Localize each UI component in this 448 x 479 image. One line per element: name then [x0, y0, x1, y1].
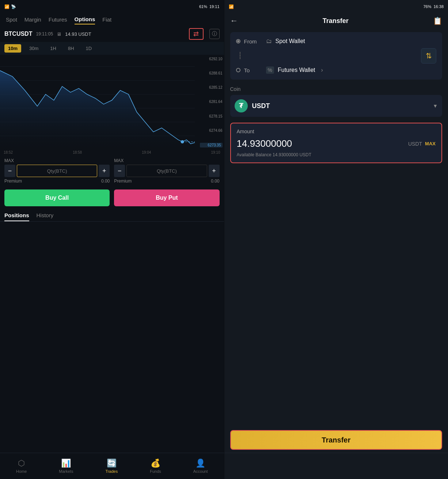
tab-futures[interactable]: Futures	[49, 15, 67, 24]
coin-name: USDT	[252, 102, 429, 110]
qty-input-right[interactable]	[126, 165, 207, 177]
interval-1h[interactable]: 1H	[46, 44, 60, 53]
time-right: 16:38	[433, 4, 444, 9]
time-label-4: 19:10	[211, 150, 220, 154]
ticker-time: 19:11:05	[36, 31, 53, 37]
status-bar-right: 📶 76% 16:38	[224, 0, 448, 13]
trades-icon: 🔄	[107, 459, 117, 468]
chart-area: 6292.10 6288.61 6285.12 6281.64 6278.15 …	[0, 55, 224, 150]
coin-dropdown-arrow: ▼	[433, 103, 438, 109]
tab-fiat[interactable]: Fiat	[102, 15, 111, 24]
swap-from-to-button[interactable]: ⇅	[421, 48, 436, 64]
nav-funds-label: Funds	[150, 469, 161, 474]
buy-put-button[interactable]: Buy Put	[114, 189, 219, 206]
history-button[interactable]: 📋	[433, 16, 442, 25]
price-label-1: 6292.10	[200, 57, 223, 61]
qty-input-left[interactable]	[17, 165, 97, 177]
nav-home[interactable]: ⬡ Home	[16, 459, 27, 474]
bottom-spacer-right	[224, 453, 448, 479]
swap-icon: ⇄	[193, 30, 199, 38]
ticker-price: 14.93 USDT	[65, 31, 91, 37]
swap-arrows-icon: ⇅	[426, 51, 432, 60]
left-panel: 📶 📡 61% 19:11 Spot Margin Futures Option…	[0, 0, 224, 479]
trade-col-left: MAX − + Premium 0.00	[4, 158, 110, 184]
premium-row-right: Premium 0.00	[114, 179, 219, 184]
status-icons-left: 📶 📡	[4, 4, 16, 9]
interval-30m[interactable]: 30m	[26, 44, 42, 53]
tab-history[interactable]: History	[37, 212, 54, 221]
nav-account[interactable]: 👤 Account	[193, 459, 208, 474]
ticker-symbol: BTCUSDT	[4, 31, 32, 37]
status-bar-left: 📶 📡 61% 19:11	[0, 0, 224, 13]
qty-plus-right[interactable]: +	[209, 165, 220, 177]
time-label-1: 18:52	[4, 150, 13, 154]
wifi-icon: 📡	[11, 4, 16, 9]
tab-options[interactable]: Options	[75, 15, 95, 24]
status-info-right: 76% 16:38	[423, 4, 444, 9]
battery-right: 76%	[423, 4, 431, 9]
coin-section: Coin ₮ USDT ▼	[230, 86, 443, 117]
premium-label-left: Premium	[4, 179, 22, 184]
interval-1d[interactable]: 1D	[82, 44, 96, 53]
nav-tabs: Spot Margin Futures Options Fiat	[0, 13, 224, 26]
max-label-right: MAX	[114, 158, 219, 163]
from-to-section: From 🗂 Spot Wallet To % Futures Wallet ›…	[230, 32, 443, 80]
svg-point-7	[181, 140, 184, 143]
premium-value-right: 0.00	[211, 179, 219, 184]
nav-account-label: Account	[193, 469, 208, 474]
time-label-2: 18:58	[73, 150, 82, 154]
bottom-nav-left: ⬡ Home 📊 Markets 🔄 Trades 💰 Funds 👤 Acco…	[0, 453, 224, 479]
price-label-6: 6274.66	[200, 129, 223, 133]
coin-selector[interactable]: ₮ USDT ▼	[230, 95, 443, 117]
account-icon: 👤	[195, 459, 205, 468]
time-labels: 18:52 18:58 19:04 19:10	[0, 150, 224, 155]
nav-trades-label: Trades	[105, 469, 118, 474]
qty-plus-left[interactable]: +	[99, 165, 110, 177]
available-balance: Available Balance 14.93000000 USDT	[237, 152, 436, 157]
to-label: To	[244, 67, 262, 73]
qty-minus-left[interactable]: −	[4, 165, 15, 177]
back-button[interactable]: ←	[230, 16, 238, 26]
qty-minus-right[interactable]: −	[114, 165, 125, 177]
interval-8h[interactable]: 8H	[64, 44, 78, 53]
nav-trades[interactable]: 🔄 Trades	[105, 459, 118, 474]
positions-content-area	[0, 222, 224, 479]
to-wallet-name: Futures Wallet	[278, 67, 315, 73]
info-button[interactable]: ⓘ	[209, 29, 220, 39]
max-button[interactable]: MAX	[425, 141, 436, 146]
amount-section: Amount 14.93000000 USDT MAX Available Ba…	[230, 123, 443, 163]
price-labels: 6292.10 6288.61 6285.12 6281.64 6278.15 …	[198, 55, 224, 150]
dashed-connector	[236, 52, 421, 59]
from-wallet-name: Spot Wallet	[276, 38, 305, 45]
tab-positions[interactable]: Positions	[4, 212, 29, 221]
buy-call-button[interactable]: Buy Call	[4, 189, 110, 206]
time-label-3: 19:04	[142, 150, 151, 154]
to-row[interactable]: To % Futures Wallet ›	[236, 66, 421, 74]
transfer-header: ← Transfer 📋	[224, 13, 448, 28]
transfer-button[interactable]: Transfer	[230, 430, 443, 450]
nav-markets[interactable]: 📊 Markets	[59, 459, 73, 474]
nav-funds[interactable]: 💰 Funds	[150, 459, 161, 474]
trading-section: MAX − + Premium 0.00 MAX − + Premium 0.0…	[0, 155, 224, 187]
interval-10m[interactable]: 10m	[4, 44, 21, 53]
max-label-left: MAX	[4, 158, 110, 163]
nav-home-label: Home	[16, 469, 27, 474]
tab-margin[interactable]: Margin	[24, 15, 41, 24]
trade-col-right: MAX − + Premium 0.00	[114, 158, 219, 184]
to-wallet-icon: %	[266, 66, 274, 74]
amount-value: 14.93000000	[237, 138, 292, 149]
tab-spot[interactable]: Spot	[6, 15, 17, 24]
to-radio	[236, 68, 240, 72]
ticker-monitor-icon: 🖥	[57, 31, 61, 37]
price-label-5: 6278.15	[200, 114, 223, 118]
price-label-2: 6288.61	[200, 71, 223, 75]
amount-label: Amount	[237, 129, 436, 134]
tether-symbol: ₮	[239, 102, 243, 110]
time-left: 19:11	[209, 4, 220, 9]
swap-button[interactable]: ⇄	[189, 28, 204, 40]
from-row: From 🗂 Spot Wallet	[236, 38, 421, 45]
status-icons-right: 📶	[229, 4, 234, 9]
available-value: 14.93000000 USDT	[273, 152, 311, 157]
nav-markets-label: Markets	[59, 469, 73, 474]
signal-icon: 📶	[4, 4, 10, 9]
